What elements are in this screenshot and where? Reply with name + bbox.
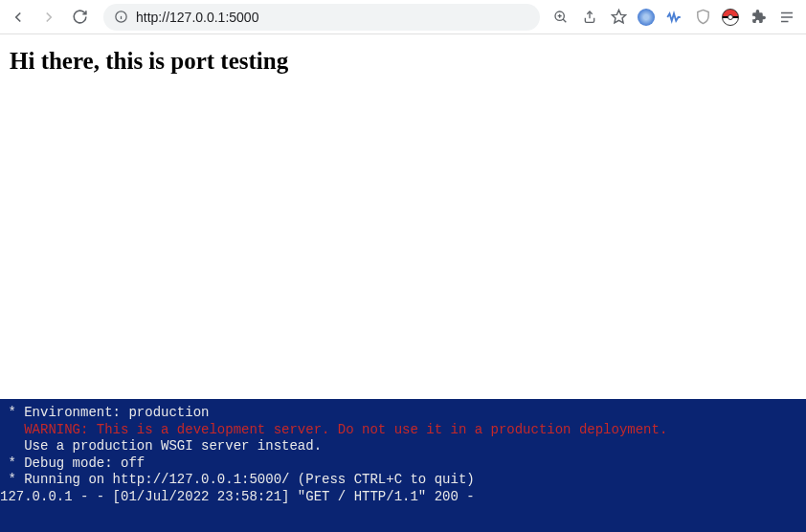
page-viewport: Hi there, this is port testing [0,34,806,88]
terminal-line: Use a production WSGI server instead. [0,438,806,455]
svg-marker-7 [612,10,625,22]
reading-list-icon[interactable] [777,8,796,27]
terminal-line: 127.0.0.1 - - [01/Jul/2022 23:58:21] "GE… [0,489,806,506]
url-text: http://127.0.0.1:5000 [136,10,258,25]
terminal-panel[interactable]: * Environment: production WARNING: This … [0,399,806,532]
page-heading: Hi there, this is port testing [10,48,796,75]
terminal-line: WARNING: This is a development server. D… [0,422,806,439]
extensions-icon[interactable] [749,8,768,27]
zoom-icon[interactable] [551,8,571,27]
forward-button[interactable] [36,5,61,30]
svg-line-4 [563,19,566,22]
share-icon[interactable] [580,8,599,27]
toolbar-actions [551,8,800,27]
browser-toolbar: http://127.0.0.1:5000 [0,0,806,34]
extension-icon-2[interactable] [664,8,683,27]
bookmark-star-icon[interactable] [609,8,628,27]
site-info-icon[interactable] [113,10,128,25]
extension-icon-1[interactable] [638,9,655,26]
extension-icon-4[interactable] [722,9,739,26]
terminal-line: * Debug mode: off [0,455,806,473]
reload-button[interactable] [67,5,92,30]
extension-icon-3[interactable] [693,8,712,27]
terminal-line: * Environment: production [0,405,806,422]
back-button[interactable] [6,5,31,30]
address-bar[interactable]: http://127.0.0.1:5000 [103,4,540,31]
terminal-line: * Running on http://127.0.0.1:5000/ (Pre… [0,472,806,489]
